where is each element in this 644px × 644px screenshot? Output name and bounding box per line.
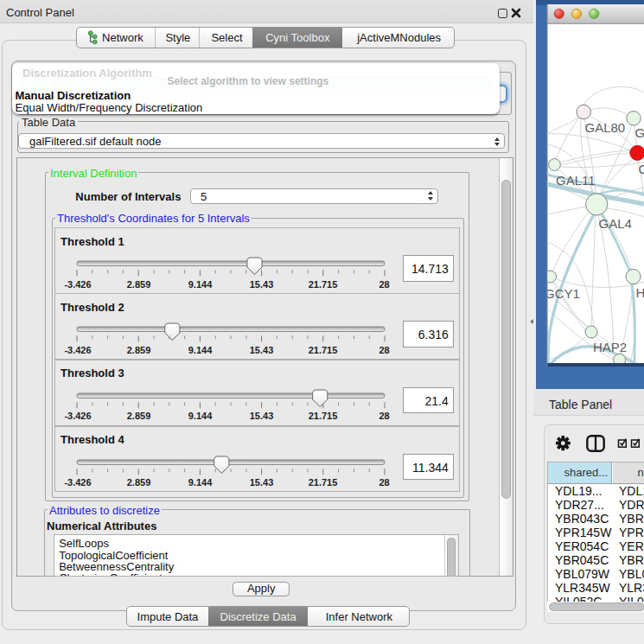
svg-text:GAL11: GAL11 xyxy=(556,173,596,188)
svg-text:H: H xyxy=(636,285,644,300)
svg-text:GAL: GAL xyxy=(635,125,644,140)
svg-text:GAL4: GAL4 xyxy=(599,216,632,231)
svg-text:C: C xyxy=(639,162,644,176)
svg-text:GCY1: GCY1 xyxy=(546,286,580,301)
svg-text:HAP2: HAP2 xyxy=(593,340,627,354)
svg-text:GAL80: GAL80 xyxy=(585,120,626,135)
